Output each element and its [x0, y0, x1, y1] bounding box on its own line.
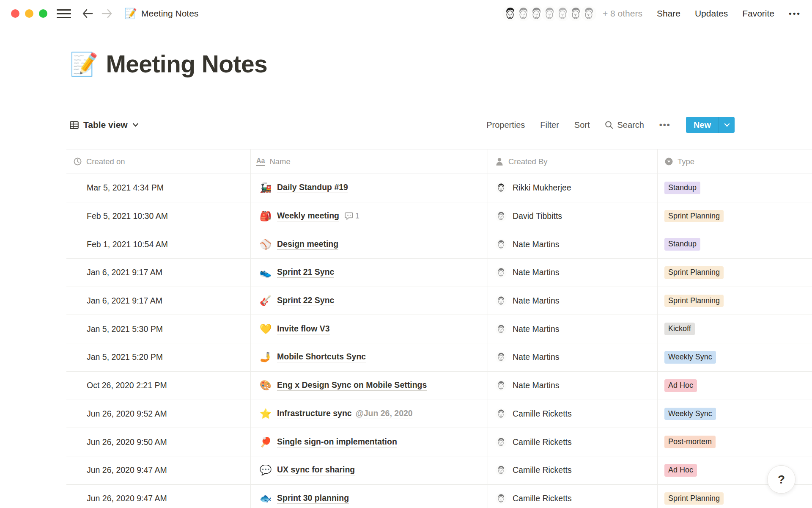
forward-arrow-icon[interactable]: [101, 7, 113, 20]
page-name-link[interactable]: Mobile Shortcuts Sync: [277, 352, 366, 362]
type-tag[interactable]: Post-mortem: [664, 436, 716, 448]
type-cell[interactable]: Weekly Sync: [657, 408, 812, 420]
name-cell[interactable]: 👟Sprint 21 Sync: [250, 267, 488, 278]
created-on-cell[interactable]: Jan 6, 2021 9:17 AM: [66, 268, 250, 277]
type-cell[interactable]: Kickoff: [657, 323, 812, 335]
zoom-window-button[interactable]: [39, 9, 47, 18]
type-tag[interactable]: Ad Hoc: [664, 464, 697, 477]
name-cell[interactable]: 🎨Eng x Design Sync on Mobile Settings: [250, 380, 488, 391]
page-memo-icon[interactable]: 📝: [70, 52, 98, 75]
created-on-cell[interactable]: Jan 5, 2021 5:20 PM: [66, 352, 250, 362]
page-name-link[interactable]: Eng x Design Sync on Mobile Settings: [277, 380, 427, 391]
type-cell[interactable]: Sprint Planning: [657, 295, 812, 307]
help-button[interactable]: ?: [767, 465, 796, 494]
page-name-link[interactable]: Design meeting: [277, 239, 338, 250]
page-name-link[interactable]: Sprint 21 Sync: [277, 267, 334, 278]
view-options-icon[interactable]: •••: [659, 120, 671, 130]
type-cell[interactable]: Sprint Planning: [657, 210, 812, 223]
comment-indicator[interactable]: 1: [345, 212, 359, 221]
column-header-type[interactable]: Type: [657, 149, 812, 174]
created-on-cell[interactable]: Feb 5, 2021 10:30 AM: [66, 211, 250, 221]
type-tag[interactable]: Kickoff: [664, 323, 695, 335]
sort-button[interactable]: Sort: [574, 120, 590, 130]
breadcrumb[interactable]: 📝 Meeting Notes: [124, 8, 198, 19]
page-name-link[interactable]: Sprint 30 planning: [277, 493, 349, 504]
created-on-cell[interactable]: Jan 6, 2021 9:17 AM: [66, 296, 250, 306]
name-cell[interactable]: 🎒Weekly meeting1: [250, 211, 488, 221]
search-button[interactable]: Search: [605, 120, 644, 130]
name-cell[interactable]: ⭐Infrastructure sync@Jun 26, 2020: [250, 409, 488, 419]
page-name-link[interactable]: UX sync for sharing: [277, 465, 355, 475]
favorite-button[interactable]: Favorite: [742, 8, 774, 19]
type-cell[interactable]: Standup: [657, 238, 812, 251]
table-view-switcher[interactable]: Table view: [70, 120, 139, 130]
properties-button[interactable]: Properties: [486, 120, 525, 130]
column-divider[interactable]: [250, 149, 251, 508]
name-cell[interactable]: 🤳Mobile Shortcuts Sync: [250, 352, 488, 362]
column-divider[interactable]: [657, 149, 658, 508]
name-cell[interactable]: 🐟Sprint 30 planning: [250, 493, 488, 504]
name-cell[interactable]: 🚂Daily Standup #19: [250, 182, 488, 193]
new-button-label[interactable]: New: [686, 117, 719, 133]
type-tag[interactable]: Sprint Planning: [664, 266, 724, 279]
type-cell[interactable]: Sprint Planning: [657, 492, 812, 505]
type-tag[interactable]: Weekly Sync: [664, 408, 716, 420]
more-options-icon[interactable]: •••: [789, 9, 801, 18]
type-cell[interactable]: Standup: [657, 182, 812, 194]
name-cell[interactable]: 🎸Sprint 22 Sync: [250, 295, 488, 306]
created-on-cell[interactable]: Mar 5, 2021 4:34 PM: [66, 183, 250, 193]
type-tag[interactable]: Weekly Sync: [664, 351, 716, 364]
created-by-cell[interactable]: Nate Martins: [488, 351, 657, 363]
page-name-link[interactable]: Invite flow V3: [277, 324, 330, 334]
back-arrow-icon[interactable]: [81, 7, 94, 20]
name-cell[interactable]: 🏓Single sign-on implementation: [250, 437, 488, 447]
created-by-cell[interactable]: Nate Martins: [488, 380, 657, 391]
page-name-link[interactable]: Weekly meeting: [277, 211, 339, 221]
column-divider[interactable]: [488, 149, 488, 508]
created-by-cell[interactable]: Rikki Mukherjee: [488, 182, 657, 193]
created-by-cell[interactable]: Nate Martins: [488, 239, 657, 250]
created-on-cell[interactable]: Jun 26, 2020 9:47 AM: [66, 494, 250, 503]
type-tag[interactable]: Sprint Planning: [664, 210, 724, 223]
page-name-link[interactable]: Daily Standup #19: [277, 182, 348, 193]
type-cell[interactable]: Weekly Sync: [657, 351, 812, 364]
type-tag[interactable]: Standup: [664, 238, 700, 251]
updates-button[interactable]: Updates: [695, 8, 728, 19]
created-by-cell[interactable]: Camille Ricketts: [488, 493, 657, 504]
created-on-cell[interactable]: Feb 1, 2021 10:54 AM: [66, 240, 250, 249]
created-on-cell[interactable]: Jun 26, 2020 9:52 AM: [66, 409, 250, 419]
created-on-cell[interactable]: Oct 26, 2020 2:21 PM: [66, 381, 250, 390]
sidebar-menu-icon[interactable]: [57, 9, 71, 18]
created-by-cell[interactable]: Nate Martins: [488, 267, 657, 278]
created-by-cell[interactable]: Nate Martins: [488, 323, 657, 335]
name-cell[interactable]: 💬UX sync for sharing: [250, 465, 488, 475]
name-cell[interactable]: ⚾Design meeting: [250, 239, 488, 250]
created-by-cell[interactable]: David Tibbitts: [488, 210, 657, 222]
others-count-label[interactable]: + 8 others: [603, 8, 642, 19]
created-on-cell[interactable]: Jan 5, 2021 5:30 PM: [66, 324, 250, 334]
created-on-cell[interactable]: Jun 26, 2020 9:50 AM: [66, 437, 250, 447]
type-cell[interactable]: Post-mortem: [657, 436, 812, 448]
date-mention-link[interactable]: @Jun 26, 2020: [356, 409, 413, 419]
type-tag[interactable]: Ad Hoc: [664, 379, 697, 392]
type-tag[interactable]: Sprint Planning: [664, 295, 724, 307]
created-by-cell[interactable]: Camille Ricketts: [488, 436, 657, 448]
type-tag[interactable]: Standup: [664, 182, 700, 194]
type-cell[interactable]: Sprint Planning: [657, 266, 812, 279]
page-name-link[interactable]: Sprint 22 Sync: [277, 295, 334, 306]
created-on-cell[interactable]: Jun 26, 2020 9:47 AM: [66, 465, 250, 475]
page-title[interactable]: Meeting Notes: [106, 50, 267, 78]
created-by-cell[interactable]: Camille Ricketts: [488, 464, 657, 476]
created-by-cell[interactable]: Nate Martins: [488, 295, 657, 306]
column-header-name[interactable]: Aa Name: [250, 149, 488, 174]
minimize-window-button[interactable]: [25, 9, 33, 18]
filter-button[interactable]: Filter: [540, 120, 559, 130]
created-by-cell[interactable]: Camille Ricketts: [488, 408, 657, 420]
type-cell[interactable]: Ad Hoc: [657, 379, 812, 392]
share-button[interactable]: Share: [657, 8, 680, 19]
new-button[interactable]: New: [686, 117, 735, 133]
new-dropdown-chevron-icon[interactable]: [719, 117, 735, 133]
close-window-button[interactable]: [11, 9, 19, 18]
page-name-link[interactable]: Single sign-on implementation: [277, 437, 397, 447]
type-tag[interactable]: Sprint Planning: [664, 492, 724, 505]
